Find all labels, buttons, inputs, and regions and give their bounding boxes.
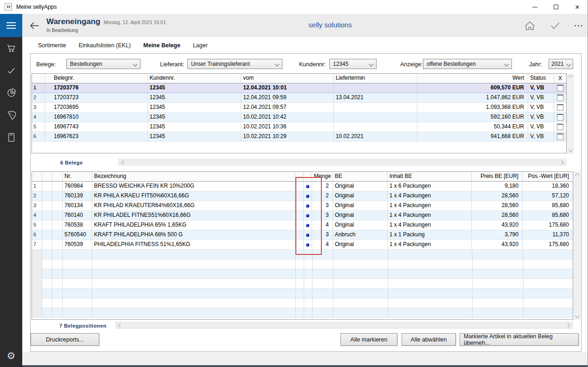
document-row[interactable]: 4 16967810 12345 10.02.2021 10:42 592,16… xyxy=(32,113,566,122)
sidebar-item-settings[interactable]: ⚙ xyxy=(0,345,22,367)
chevron-down-icon xyxy=(133,62,138,67)
empty-cell xyxy=(295,230,304,240)
row-checkbox[interactable] xyxy=(557,104,563,111)
cell-pos-wert: 175,680 xyxy=(523,240,573,249)
empty-cell xyxy=(42,230,52,240)
row-number: 1 xyxy=(32,182,42,191)
cell-inhalt-be: 1 x 4 Packungen xyxy=(388,211,472,220)
col-preis-be[interactable]: Preis BE [EUR] xyxy=(472,172,523,181)
positions-horizontal-scrollbar[interactable] xyxy=(115,322,573,329)
kundennr-dropdown[interactable]: 12345 xyxy=(329,59,377,69)
alle-markieren-button[interactable]: Alle markieren xyxy=(340,333,397,346)
back-button[interactable] xyxy=(28,19,41,32)
row-checkbox[interactable] xyxy=(557,114,563,120)
cell-vom: 10.02.2021 10:42 xyxy=(241,113,334,122)
sidebar-item-tasks[interactable] xyxy=(0,59,22,82)
cell-pos-wert: 57,120 xyxy=(523,191,573,201)
col-status[interactable]: Status xyxy=(528,74,554,83)
scroll-down-icon[interactable] xyxy=(575,314,579,318)
pie-chart-icon xyxy=(6,88,17,98)
scroll-left-icon[interactable] xyxy=(121,160,126,165)
col-liefertermin[interactable]: Liefertermin xyxy=(334,74,417,83)
document-row[interactable]: 2 17203723 12345 12.04.2021 09:59 13.04.… xyxy=(32,93,566,103)
col-be[interactable]: BE xyxy=(333,172,388,181)
uebernehmen-button[interactable]: Markierte Artikel in aktuellen Beleg übe… xyxy=(460,333,579,346)
row-checkbox[interactable] xyxy=(557,124,563,130)
documents-horizontal-scrollbar[interactable] xyxy=(118,158,567,166)
col-menge[interactable]: Menge xyxy=(312,172,333,181)
lieferant-dropdown[interactable]: Unser Trainingslieferant xyxy=(187,59,282,69)
close-button[interactable]: ✕ xyxy=(567,0,588,14)
minimize-icon xyxy=(532,7,537,7)
empty-cell xyxy=(295,240,304,249)
document-row[interactable]: 6 16967623 12345 10.02.2021 10:29 10.02.… xyxy=(32,132,566,142)
confirm-check-icon[interactable] xyxy=(549,19,561,32)
scroll-up-icon[interactable] xyxy=(568,75,573,80)
row-checkbox[interactable] xyxy=(557,95,563,101)
positions-table: Nr. Bezeichnung Menge BE Inhalt BE Preis… xyxy=(32,171,573,320)
document-row[interactable]: 1 17203776 12345 12.04.2021 10:01 609,57… xyxy=(32,83,566,93)
positions-count-label: 7 Belegpositionen xyxy=(59,323,107,329)
tab-einkaufslisten[interactable]: Einkaufslisten (EKL) xyxy=(78,42,131,49)
minimize-button[interactable] xyxy=(524,0,545,14)
sidebar-item-cart[interactable] xyxy=(0,37,22,59)
cell-be: Original xyxy=(333,182,388,191)
document-row[interactable]: 5 16967743 12345 10.02.2021 10:36 50,344… xyxy=(32,122,566,132)
position-row[interactable]: 7 760539 PHILADELPHIA FITNESS 51%1,65KG … xyxy=(32,240,573,250)
cell-bezeichnung: KR PHILAD KRAEUTER64%60X16,66G xyxy=(92,201,295,210)
scroll-right-icon[interactable] xyxy=(559,160,564,165)
cell-liefertermin: 10.02.2021 xyxy=(334,132,417,141)
cell-bezeichnung: KR PHILA KRAEU FIT50%60X16,66G xyxy=(92,191,295,201)
col-inhalt-be[interactable]: Inhalt BE xyxy=(388,172,472,181)
status-dot-icon xyxy=(306,214,309,217)
home-icon[interactable] xyxy=(524,20,536,32)
cell-pos-wert: 11,370 xyxy=(523,230,573,240)
col-kundennr[interactable]: Kundennr. xyxy=(148,74,242,83)
col-belegnr[interactable]: Belegnr. xyxy=(45,74,148,83)
col-pos-wert[interactable]: Pos.-Wert [EUR] xyxy=(523,172,573,181)
pizza-slice-icon xyxy=(6,110,17,120)
titlebar: W Meine sellyApps ✕ xyxy=(0,0,588,14)
anzeige-dropdown[interactable]: offene Bestellungen xyxy=(423,59,512,69)
scroll-up-icon[interactable] xyxy=(575,173,579,178)
document-row[interactable]: 3 17203695 12345 12.04.2021 09:57 1.093,… xyxy=(32,103,566,113)
positions-vertical-scrollbar[interactable] xyxy=(573,171,581,320)
position-row[interactable]: 2 760139 KR PHILA KRAEU FIT50%60X16,66G … xyxy=(32,191,573,201)
col-vom[interactable]: vom xyxy=(241,74,334,83)
row-checkbox[interactable] xyxy=(557,133,563,140)
alle-abwaehlen-button[interactable]: Alle abwählen xyxy=(402,333,456,346)
documents-vertical-scrollbar[interactable] xyxy=(567,73,574,154)
col-wert[interactable]: Wert xyxy=(417,74,529,83)
position-row[interactable]: 4 760140 KR PHILADEL FITNES51%60X16,66G … xyxy=(32,211,573,221)
col-nr[interactable]: Nr. xyxy=(63,172,92,181)
tab-sortimente[interactable]: Sortimente xyxy=(38,42,66,49)
empty-cell xyxy=(295,201,304,210)
row-number: 4 xyxy=(32,211,42,220)
druckreports-button[interactable]: Druckreports... xyxy=(31,333,99,346)
sidebar-item-catalog[interactable] xyxy=(0,126,22,148)
scroll-left-icon[interactable] xyxy=(118,323,123,328)
scroll-down-icon[interactable] xyxy=(568,148,573,152)
belege-label: Belege: xyxy=(36,61,56,68)
empty-cell xyxy=(42,191,52,201)
position-row[interactable]: 3 760134 KR PHILAD KRAEUTER64%60X16,66G … xyxy=(32,201,573,211)
tab-lager[interactable]: Lager xyxy=(193,42,208,49)
position-row[interactable]: 1 760984 BRESSO WEICHKA FEIN KR 10%200G … xyxy=(32,182,573,191)
more-options-icon[interactable] xyxy=(575,19,582,32)
row-checkbox[interactable] xyxy=(557,85,563,91)
cell-menge: 4 xyxy=(312,221,333,230)
sidebar-item-pizza[interactable] xyxy=(0,104,22,126)
scroll-right-icon[interactable] xyxy=(566,323,570,328)
position-row[interactable]: 6 5760540 KRAFT PHILADELPHIA 68% 500 G 3… xyxy=(32,230,573,240)
sidebar-item-statistics[interactable] xyxy=(0,82,22,104)
tab-meine-belege[interactable]: Meine Belege xyxy=(143,42,180,49)
cell-preis-be: 28,560 xyxy=(472,191,523,201)
jahr-dropdown[interactable]: 2021 xyxy=(549,59,573,69)
position-row[interactable]: 5 760538 KRAFT PHILADELPHIA 65% 1,65KG 4… xyxy=(32,221,573,230)
col-x[interactable]: X xyxy=(554,74,566,83)
positions-header-row: Nr. Bezeichnung Menge BE Inhalt BE Preis… xyxy=(32,172,573,182)
col-bezeichnung[interactable]: Bezeichnung xyxy=(92,172,295,181)
hamburger-menu-button[interactable] xyxy=(0,14,22,37)
belege-dropdown[interactable]: Bestellungen xyxy=(66,59,141,69)
maximize-button[interactable] xyxy=(545,0,567,14)
